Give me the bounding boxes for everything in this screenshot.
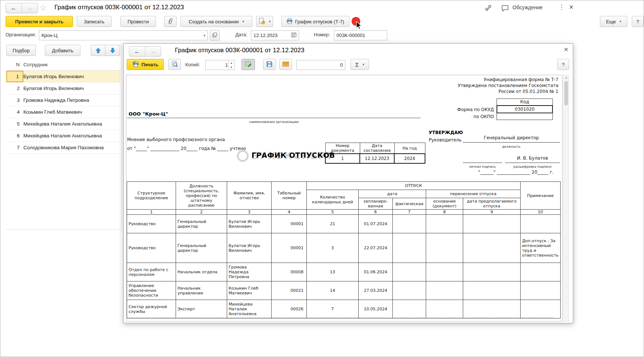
column-number-cell: 8 (426, 210, 463, 215)
employee-row[interactable]: 4Козьмин Глеб Матвеевич (6, 106, 120, 118)
employee-row-number[interactable]: 5 (6, 118, 23, 130)
favorite-star-icon[interactable]: ☆ (40, 3, 47, 12)
help-button[interactable]: ? (632, 16, 644, 27)
post-button[interactable]: Провести (120, 16, 156, 27)
preview-close-icon[interactable]: ✕ (564, 46, 568, 53)
window-close-icon[interactable]: ✕ (569, 4, 574, 11)
preview-help-button[interactable]: ? (557, 59, 569, 70)
vacation-cell (521, 215, 561, 233)
vacation-cell: 22.07.2024 (359, 233, 393, 263)
print-t7-button[interactable]: График отпусков (Т-7) (281, 16, 349, 27)
col-header-employee: Сотрудник (23, 62, 48, 67)
add-button[interactable]: Добавить (45, 45, 80, 56)
employee-row-number[interactable]: 6 (6, 130, 23, 141)
col-planned: запланиро- ванная (359, 198, 393, 210)
vacation-cell: Отдел по работе с персоналом (127, 263, 176, 281)
col-transfer-date: дата предполагаемого отпуска (463, 198, 521, 210)
employee-row-name[interactable]: Солодовникова Мария Пахомовна (23, 145, 104, 150)
employee-row-name[interactable]: Михейцева Наталия Анатольевна (23, 133, 102, 139)
edit-table-button[interactable] (242, 59, 255, 70)
move-down-button[interactable] (105, 45, 120, 56)
discussion-icon[interactable] (501, 5, 509, 13)
send-email-button[interactable] (279, 59, 292, 70)
forward-icon[interactable]: → (145, 47, 161, 56)
chevron-down-icon: ▾ (269, 20, 271, 23)
vacation-cell (426, 215, 463, 233)
print-button[interactable]: Печать (127, 59, 164, 70)
vacation-cell: 3 (307, 233, 359, 263)
main-titlebar: ← → ☆ График отпусков 00ЗК-000001 от 12.… (0, 0, 644, 15)
number-input[interactable]: 00ЗК-000001 (334, 30, 387, 40)
preview-title: График отпусков 00ЗК-000001 от 12.12.202… (175, 47, 304, 54)
pick-button[interactable]: Подбор (6, 45, 36, 56)
page-title: График отпусков 00ЗК-000001 от 12.12.202… (54, 4, 184, 11)
vacation-cell: Булатов Игорь Виленович (227, 233, 272, 263)
org-caption: наименование организации (127, 119, 421, 125)
position-caption: должность (463, 144, 560, 150)
vacation-cell: Генеральный директор (176, 215, 227, 233)
employee-row-name[interactable]: Булатов Игорь Виленович (23, 74, 84, 79)
forward-icon[interactable]: → (21, 3, 37, 13)
employee-row[interactable]: 3Громова Надежда Петровна (6, 94, 120, 106)
vacation-table: Структурное подразделение Должность (спе… (127, 181, 561, 318)
create-based-on-button[interactable]: Создать на основании▾ (180, 16, 252, 27)
attachments-button[interactable] (164, 16, 177, 27)
page-break-line (127, 317, 553, 318)
chevron-down-icon: ▾ (620, 20, 621, 23)
more-menu-icon[interactable]: ⋮ (558, 3, 565, 11)
copies-stepper[interactable]: ▲▼ (228, 60, 234, 70)
vacation-cell: Эксперт (176, 300, 227, 318)
vacation-cell: Управление обеспечения безопасности (127, 281, 176, 300)
employee-row[interactable]: 5Михейцева Наталия Анатольевна (6, 118, 120, 130)
copies-input[interactable]: 1 ▲▼ (205, 60, 235, 70)
back-icon[interactable]: ← (6, 3, 21, 13)
back-icon[interactable]: ← (129, 47, 145, 56)
org-input[interactable]: Крон-Ц ▾ (39, 30, 208, 40)
save-button[interactable] (263, 59, 276, 70)
discussion-label[interactable]: Обсуждение (512, 4, 543, 10)
spinner-up-icon[interactable]: ▲ (228, 60, 234, 65)
head-label: Руководитель (429, 137, 462, 143)
employee-row-name[interactable]: Булатов Игорь Виленович (23, 86, 84, 91)
preview-zoom-button[interactable] (168, 59, 181, 70)
employee-row[interactable]: 2Булатов Игорь Виленович (6, 83, 120, 94)
employee-row-number[interactable]: 4 (6, 106, 23, 118)
column-number-cell: 6 (359, 210, 393, 215)
vacation-row: РуководствоГенеральный директорБулатов И… (127, 215, 561, 233)
approve-label: УТВЕРЖДАЮ (429, 130, 463, 136)
post-and-close-button[interactable]: Провести и закрыть (6, 16, 73, 27)
employee-row-name[interactable]: Михейцева Наталия Анатольевна (23, 121, 102, 127)
link-icon[interactable] (484, 5, 492, 13)
scrollbar-thumb[interactable] (564, 81, 568, 106)
spinner-down-icon[interactable]: ▼ (228, 65, 234, 70)
chevron-down-icon[interactable]: ▾ (203, 34, 205, 37)
employee-row[interactable]: 7Солодовникова Мария Пахомовна (6, 142, 120, 154)
write-button[interactable]: Записать (77, 16, 112, 27)
employee-row-number[interactable]: 7 (6, 142, 23, 153)
org-open-button[interactable] (210, 30, 220, 41)
calendar-icon[interactable] (291, 32, 296, 39)
vacation-cell: 10.05.2024 (359, 300, 393, 318)
employee-row-name[interactable]: Козьмин Глеб Матвеевич (23, 109, 82, 115)
employee-row-number[interactable]: 3 (6, 94, 23, 106)
move-up-button[interactable] (91, 45, 106, 56)
vertical-scrollbar[interactable]: ▲ (563, 75, 569, 321)
vacation-cell (463, 281, 521, 300)
date-input[interactable]: 12.12.2023 (251, 30, 299, 40)
sum-field[interactable]: 0 (296, 60, 345, 70)
date-label: Дата: (235, 32, 247, 37)
col-vacation-group: ОТПУСК (307, 182, 521, 190)
employee-row[interactable]: 1Булатов Игорь Виленович (6, 71, 120, 83)
document-history-button[interactable]: ▾ (256, 16, 273, 27)
vacation-cell (426, 300, 463, 318)
employee-row-number[interactable]: 1 (6, 71, 23, 82)
sum-button[interactable]: Σ▾ (351, 59, 369, 70)
meta-header-year: На год (394, 143, 425, 154)
employee-row[interactable]: 6Михейцева Наталия Анатольевна (6, 130, 120, 142)
more-button[interactable]: Еще▾ (600, 16, 627, 27)
vacation-cell (426, 233, 463, 263)
head-position: Генеральный директор (463, 135, 560, 143)
employee-row-number[interactable]: 2 (6, 83, 23, 94)
employee-row-name[interactable]: Громова Надежда Петровна (23, 97, 89, 103)
scroll-up-icon[interactable]: ▲ (564, 76, 569, 79)
